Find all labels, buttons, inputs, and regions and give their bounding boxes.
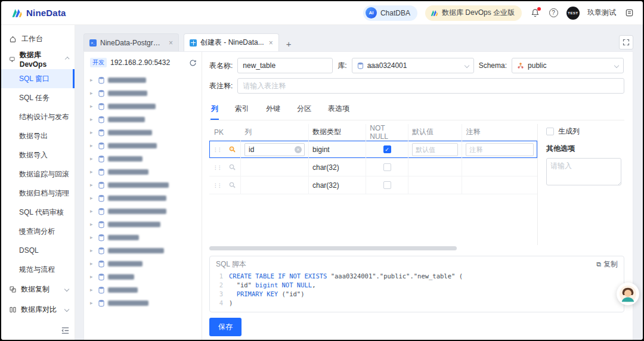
tree-item[interactable]: ▸ — [90, 152, 197, 165]
tree-item[interactable]: ▸ — [90, 73, 197, 86]
primary-key-icon[interactable] — [228, 181, 236, 189]
tree-item[interactable]: ▸ — [90, 113, 197, 126]
tree-item[interactable]: ▸ — [90, 139, 197, 152]
not-null-checkbox[interactable] — [383, 181, 391, 189]
tab-indexes[interactable]: 索引 — [234, 101, 250, 120]
expand-caret-icon[interactable]: ▸ — [90, 169, 95, 175]
horizontal-scrollbar[interactable] — [209, 246, 537, 251]
new-tab-button[interactable]: + — [284, 39, 294, 51]
other-options-input[interactable] — [546, 158, 621, 185]
sidebar-group-database-compare[interactable]: 数据库对比 — [1, 299, 75, 320]
column-row[interactable]: ⋮⋮char(32) — [209, 176, 537, 194]
sidebar-item-data-import[interactable]: 数据导入 — [1, 145, 75, 165]
chatdba-button[interactable]: AI ChatDBA — [363, 5, 417, 21]
expand-caret-icon[interactable]: ▸ — [90, 142, 95, 148]
tree-item[interactable]: ▸ — [90, 283, 197, 296]
tree-item[interactable]: ▸ — [90, 231, 197, 244]
sidebar-item-sql-code-review[interactable]: SQL 代码审核 — [1, 203, 75, 222]
expand-caret-icon[interactable]: ▸ — [90, 90, 95, 96]
expand-caret-icon[interactable]: ▸ — [90, 247, 95, 253]
avatar[interactable]: TEST — [566, 7, 580, 20]
expand-caret-icon[interactable]: ▸ — [90, 156, 95, 162]
docs-icon[interactable] — [624, 8, 634, 18]
tree-item[interactable]: ▸ — [90, 296, 197, 309]
sidebar-item-workbench[interactable]: 工作台 — [1, 29, 75, 49]
sidebar-group-devops[interactable]: 数据库 DevOps — [1, 49, 75, 69]
sidebar-item-dsql[interactable]: DSQL — [1, 241, 75, 260]
database-select[interactable]: aaa0324001 — [352, 58, 474, 73]
expand-caret-icon[interactable]: ▸ — [90, 77, 95, 83]
edition-badge[interactable]: 数据库 DevOps 企业版 — [425, 5, 522, 21]
tab-partitions[interactable]: 分区 — [296, 101, 312, 120]
tree-item[interactable]: ▸ — [90, 178, 197, 191]
save-button[interactable]: 保存 — [209, 318, 242, 336]
notification-bell-icon[interactable] — [530, 8, 540, 18]
default-value-input[interactable] — [412, 143, 458, 156]
expand-caret-icon[interactable]: ▸ — [90, 300, 95, 306]
expand-caret-icon[interactable]: ▸ — [90, 182, 95, 188]
fullscreen-icon[interactable] — [619, 35, 633, 49]
expand-caret-icon[interactable]: ▸ — [90, 221, 95, 227]
drag-handle-icon[interactable]: ⋮⋮ — [213, 147, 221, 153]
tree-item[interactable]: ▸ — [90, 218, 197, 231]
not-null-checkbox[interactable] — [383, 163, 391, 171]
refresh-icon[interactable] — [189, 59, 197, 67]
comment-input[interactable] — [466, 143, 534, 156]
tab-columns[interactable]: 列 — [210, 101, 219, 120]
copy-button[interactable]: ⧉ 复制 — [596, 259, 618, 269]
not-null-checkbox[interactable] — [383, 145, 391, 153]
drag-handle-icon[interactable]: ⋮⋮ — [213, 182, 221, 188]
column-name-input[interactable]: id× — [244, 143, 305, 156]
tree-item[interactable]: ▸ — [90, 244, 197, 257]
tree-item[interactable]: ▸ — [90, 86, 197, 100]
primary-key-icon[interactable] — [228, 163, 236, 171]
column-type[interactable]: char(32) — [312, 163, 339, 172]
expand-caret-icon[interactable]: ▸ — [90, 261, 95, 266]
sidebar-item-data-archive-clean[interactable]: 数据归档与清理 — [1, 184, 75, 203]
close-icon[interactable]: × — [269, 39, 273, 47]
sidebar-item-slow-query-analysis[interactable]: 慢查询分析 — [1, 222, 75, 241]
column-row[interactable]: ⋮⋮char(32) — [209, 159, 537, 176]
expand-caret-icon[interactable]: ▸ — [90, 208, 95, 214]
schema-select[interactable]: public — [512, 58, 624, 73]
table-name-input[interactable] — [237, 58, 333, 73]
expand-caret-icon[interactable]: ▸ — [90, 234, 95, 240]
tree-item[interactable]: ▸ — [90, 270, 197, 283]
sidebar-item-sql-window[interactable]: SQL 窗口 — [1, 69, 75, 88]
connection-address[interactable]: 192.168.2.90:5432 — [110, 58, 170, 67]
sidebar-collapse-icon[interactable] — [61, 326, 70, 337]
tree-item[interactable]: ▸ — [90, 100, 197, 113]
tree-item[interactable]: ▸ — [90, 191, 197, 204]
tree-item[interactable]: ▸ — [90, 204, 197, 218]
tab-foreign-keys[interactable]: 外键 — [265, 101, 281, 120]
generated-column-checkbox[interactable] — [546, 128, 554, 135]
sidebar-item-data-export[interactable]: 数据导出 — [1, 126, 75, 145]
table-comment-input[interactable] — [237, 78, 624, 94]
sidebar-item-data-track-rollback[interactable]: 数据追踪与回滚 — [1, 165, 75, 184]
tab-sql-console[interactable]: NineData-PostgreS...× — [83, 33, 179, 51]
sidebar-item-standard-process[interactable]: 规范与流程 — [1, 260, 75, 279]
expand-caret-icon[interactable]: ▸ — [90, 129, 95, 135]
expand-caret-icon[interactable]: ▸ — [90, 287, 95, 293]
column-type[interactable]: bigint — [312, 145, 330, 154]
column-row[interactable]: ⋮⋮id×bigint — [209, 141, 537, 159]
tenant-name[interactable]: 玖章测试 — [587, 8, 616, 18]
support-avatar[interactable] — [617, 283, 639, 305]
close-icon[interactable]: × — [169, 39, 173, 47]
brand[interactable]: NineData — [11, 7, 66, 19]
tree-item[interactable]: ▸ — [90, 257, 197, 270]
tab-table-options[interactable]: 表选项 — [327, 101, 350, 120]
sidebar-item-schema-design-release[interactable]: 结构设计与发布 — [1, 107, 75, 126]
expand-caret-icon[interactable]: ▸ — [90, 103, 95, 109]
expand-caret-icon[interactable]: ▸ — [90, 195, 95, 201]
column-type[interactable]: char(32) — [312, 181, 339, 190]
tree-item[interactable]: ▸ — [90, 126, 197, 139]
sidebar-group-data-replication[interactable]: 数据复制 — [1, 279, 75, 299]
help-icon[interactable]: ? — [548, 8, 559, 18]
tab-create-table[interactable]: 创建表 - NineData...× — [184, 33, 279, 51]
scrollbar-thumb[interactable] — [209, 246, 457, 250]
drag-handle-icon[interactable]: ⋮⋮ — [213, 165, 221, 170]
clear-icon[interactable]: × — [295, 146, 302, 153]
tree-item[interactable]: ▸ — [90, 165, 197, 178]
expand-caret-icon[interactable]: ▸ — [90, 116, 95, 122]
